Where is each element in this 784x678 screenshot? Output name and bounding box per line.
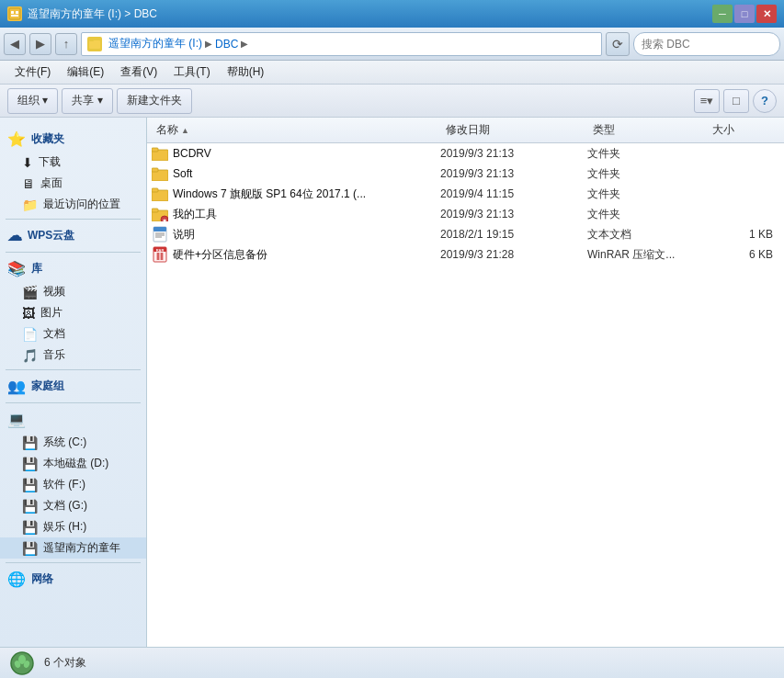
sidebar-header-computer[interactable]: 💻 (0, 407, 146, 432)
drive-i-icon: 💾 (22, 541, 38, 556)
table-row[interactable]: BCDRV 2019/9/3 21:13 文件夹 (147, 143, 784, 164)
sidebar-item-documents[interactable]: 📄 文档 (0, 323, 146, 345)
svg-rect-0 (9, 8, 20, 19)
sidebar-section-computer: 💻 💾 系统 (C:) 💾 本地磁盘 (D:) 💾 软件 (F:) 💾 文档 (… (0, 407, 146, 559)
breadcrumb: 遥望南方的童年 (I:) ▶ DBC ▶ (81, 32, 602, 56)
table-row[interactable]: 说明 2018/2/1 19:15 文本文档 1 KB (147, 224, 784, 244)
menu-bar: 文件(F) 编辑(E) 查看(V) 工具(T) 帮助(H) (0, 61, 784, 85)
search-input[interactable] (642, 38, 779, 51)
organize-button[interactable]: 组织 ▾ (7, 88, 58, 114)
column-header-date[interactable]: 修改日期 (440, 118, 587, 142)
svg-rect-10 (152, 168, 158, 172)
downloads-icon: ⬇ (22, 155, 33, 170)
sidebar-item-drive-h[interactable]: 💾 娱乐 (H:) (0, 516, 146, 537)
file-name: 说明 (173, 227, 440, 243)
desktop-icon: 🖥 (22, 176, 35, 191)
file-icon (151, 144, 169, 163)
sidebar-item-drive-f[interactable]: 💾 软件 (F:) (0, 474, 146, 495)
sidebar-header-homegroup[interactable]: 👥 家庭组 (0, 374, 146, 399)
menu-tools[interactable]: 工具(T) (166, 62, 217, 82)
sidebar-drive-d-label: 本地磁盘 (D:) (43, 456, 108, 471)
file-icon (151, 164, 169, 183)
sidebar-desktop-label: 桌面 (40, 175, 62, 191)
refresh-button[interactable]: ⟳ (606, 32, 630, 56)
file-icon (151, 225, 169, 243)
sidebar-item-drive-i[interactable]: 💾 遥望南方的童年 (0, 537, 146, 559)
table-row[interactable]: ✱ 我的工具 2019/9/3 21:13 文件夹 (147, 204, 784, 224)
back-button[interactable]: ◀ (4, 33, 26, 55)
sidebar-pictures-label: 图片 (40, 305, 62, 321)
close-button[interactable]: ✕ (756, 5, 777, 23)
table-row[interactable]: Windows 7 旗舰版 SP1 64位 2017.1 (... 2019/9… (147, 184, 784, 204)
sidebar-item-drive-c[interactable]: 💾 系统 (C:) (0, 432, 146, 453)
svg-text:✱: ✱ (163, 218, 166, 221)
file-size: 1 KB (707, 228, 780, 241)
status-count: 6 个对象 (44, 655, 86, 671)
column-header-size[interactable]: 大小 (707, 118, 780, 142)
minimize-button[interactable]: ─ (712, 5, 733, 23)
svg-rect-12 (152, 188, 158, 192)
new-folder-button[interactable]: 新建文件夹 (117, 88, 192, 114)
window-icon (7, 6, 22, 21)
sidebar-header-favorites[interactable]: ⭐ 收藏夹 (0, 127, 146, 152)
menu-edit[interactable]: 编辑(E) (60, 62, 111, 82)
file-type: 文件夹 (587, 207, 707, 222)
computer-icon: 💻 (7, 411, 26, 428)
file-type: 文件夹 (587, 186, 707, 202)
menu-file[interactable]: 文件(F) (7, 62, 58, 82)
table-row[interactable]: RAR 硬件+分区信息备份 2019/9/3 21:28 WinRAR 压缩文.… (147, 244, 784, 265)
toolbar-right: ≡▾ □ ? (694, 89, 777, 113)
sidebar-documents-label: 文档 (43, 326, 65, 342)
main-area: ⭐ 收藏夹 ⬇ 下载 🖥 桌面 📁 最近访问的位置 ☁ WPS云盘 (0, 118, 784, 647)
file-date: 2019/9/3 21:13 (440, 147, 587, 160)
sidebar-item-downloads[interactable]: ⬇ 下载 (0, 152, 146, 173)
file-area: 名称 ▲ 修改日期 类型 大小 BCDRV 2019/9/3 21:13 文件夹 (147, 118, 784, 647)
view-toggle-button[interactable]: ≡▾ (694, 89, 720, 113)
sidebar-header-wps[interactable]: ☁ WPS云盘 (0, 223, 146, 248)
sidebar-music-label: 音乐 (43, 347, 65, 363)
file-icon: RAR (151, 245, 169, 264)
file-date: 2019/9/3 21:13 (440, 167, 587, 180)
file-type: 文件夹 (587, 146, 707, 162)
sidebar-item-recent[interactable]: 📁 最近访问的位置 (0, 194, 146, 215)
menu-view[interactable]: 查看(V) (113, 62, 165, 82)
sidebar-item-drive-g[interactable]: 💾 文档 (G:) (0, 495, 146, 516)
file-name: Soft (173, 167, 440, 180)
sidebar-homegroup-label: 家庭组 (31, 379, 64, 394)
recent-icon: 📁 (22, 198, 38, 212)
svg-rect-3 (11, 15, 18, 17)
sidebar-header-library[interactable]: 📚 库 (0, 256, 146, 281)
sidebar-item-desktop[interactable]: 🖥 桌面 (0, 173, 146, 194)
sidebar-drive-c-label: 系统 (C:) (43, 435, 86, 450)
sidebar: ⭐ 收藏夹 ⬇ 下载 🖥 桌面 📁 最近访问的位置 ☁ WPS云盘 (0, 118, 147, 647)
sidebar-drive-f-label: 软件 (F:) (43, 477, 85, 492)
column-header-type[interactable]: 类型 (587, 118, 707, 142)
sidebar-section-homegroup: 👥 家庭组 (0, 374, 146, 399)
breadcrumb-drive[interactable]: 遥望南方的童年 (I:) (108, 36, 202, 51)
up-button[interactable]: ↑ (55, 33, 77, 55)
sidebar-item-video[interactable]: 🎬 视频 (0, 281, 146, 302)
sidebar-header-network[interactable]: 🌐 网络 (0, 567, 146, 592)
sidebar-drive-i-label: 遥望南方的童年 (43, 540, 120, 556)
column-header-name[interactable]: 名称 ▲ (151, 118, 440, 142)
homegroup-icon: 👥 (7, 378, 26, 395)
table-row[interactable]: Soft 2019/9/3 21:13 文件夹 (147, 164, 784, 184)
preview-pane-button[interactable]: □ (723, 89, 749, 113)
share-button[interactable]: 共享 ▾ (62, 88, 112, 114)
help-button[interactable]: ? (753, 89, 777, 113)
breadcrumb-folder[interactable]: DBC (215, 38, 238, 51)
forward-button[interactable]: ▶ (29, 33, 51, 55)
svg-rect-5 (89, 40, 100, 49)
maximize-button[interactable]: □ (734, 5, 755, 23)
sidebar-section-library: 📚 库 🎬 视频 🖼 图片 📄 文档 🎵 音乐 (0, 256, 146, 366)
network-icon: 🌐 (7, 571, 26, 588)
sidebar-item-music[interactable]: 🎵 音乐 (0, 345, 146, 366)
file-name: BCDRV (173, 147, 440, 160)
drive-c-icon: 💾 (22, 435, 38, 450)
sidebar-item-drive-d[interactable]: 💾 本地磁盘 (D:) (0, 453, 146, 474)
sidebar-favorites-label: 收藏夹 (31, 131, 64, 147)
file-date: 2019/9/3 21:28 (440, 248, 587, 261)
sidebar-item-pictures[interactable]: 🖼 图片 (0, 302, 146, 323)
file-list: BCDRV 2019/9/3 21:13 文件夹 Soft 2019/9/3 2… (147, 143, 784, 647)
menu-help[interactable]: 帮助(H) (220, 62, 272, 82)
